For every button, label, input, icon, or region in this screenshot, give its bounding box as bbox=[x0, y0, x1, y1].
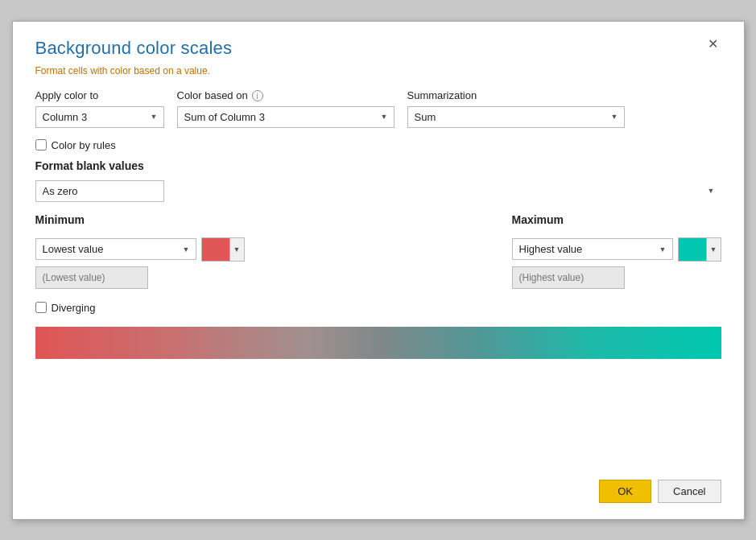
close-button[interactable]: ✕ bbox=[704, 38, 721, 51]
minimum-controls: Lowest value Number Percent Percentile F… bbox=[35, 237, 245, 262]
diverging-label: Diverging bbox=[52, 302, 96, 314]
color-based-on-group: Color based on i Sum of Column 3 bbox=[177, 89, 395, 128]
diverging-checkbox[interactable] bbox=[35, 302, 47, 313]
summarization-select-wrapper: Sum bbox=[407, 106, 625, 128]
max-color-swatch-wrapper: ▼ bbox=[678, 237, 721, 262]
color-by-rules-row: Color by rules bbox=[35, 139, 721, 151]
gradient-preview-bar bbox=[35, 327, 721, 359]
format-blank-select[interactable]: As zero As blank bbox=[35, 180, 164, 202]
info-icon: i bbox=[252, 90, 263, 101]
minimum-section: Minimum Lowest value Number Percent Perc… bbox=[35, 213, 245, 289]
dialog-footer: OK Cancel bbox=[35, 464, 721, 503]
background-color-scales-dialog: Background color scales ✕ Format cells w… bbox=[12, 21, 745, 520]
format-blank-label: Format blank values bbox=[35, 159, 721, 172]
max-type-select[interactable]: Highest value Number Percent Percentile … bbox=[512, 238, 673, 260]
color-by-rules-checkbox[interactable] bbox=[35, 139, 47, 150]
format-blank-group: Format blank values As zero As blank bbox=[35, 159, 721, 202]
min-color-swatch[interactable] bbox=[201, 237, 230, 262]
max-value-input[interactable] bbox=[512, 266, 625, 289]
dialog-subtitle: Format cells with color based on a value… bbox=[35, 65, 721, 76]
format-blank-select-wrapper: As zero As blank bbox=[35, 180, 721, 202]
summarization-group: Summarization Sum bbox=[407, 89, 625, 128]
top-controls-row: Apply color to Column 3 Color based on i… bbox=[35, 89, 721, 128]
min-type-select[interactable]: Lowest value Number Percent Percentile F… bbox=[35, 238, 196, 260]
color-by-rules-label: Color by rules bbox=[52, 139, 116, 151]
max-color-swatch[interactable] bbox=[678, 237, 707, 262]
ok-button[interactable]: OK bbox=[599, 480, 651, 503]
color-based-on-select[interactable]: Sum of Column 3 bbox=[177, 106, 395, 128]
min-color-dropdown[interactable]: ▼ bbox=[230, 237, 245, 262]
cancel-button[interactable]: Cancel bbox=[658, 480, 721, 503]
summarization-select[interactable]: Sum bbox=[407, 106, 625, 128]
apply-color-group: Apply color to Column 3 bbox=[35, 89, 164, 128]
min-value-input[interactable] bbox=[35, 266, 148, 289]
maximum-controls: Highest value Number Percent Percentile … bbox=[512, 237, 721, 262]
title-bar: Background color scales ✕ bbox=[35, 38, 721, 59]
min-type-select-wrapper: Lowest value Number Percent Percentile F… bbox=[35, 238, 196, 260]
min-color-swatch-wrapper: ▼ bbox=[201, 237, 245, 262]
apply-color-label: Apply color to bbox=[35, 89, 164, 101]
max-color-dropdown[interactable]: ▼ bbox=[707, 237, 721, 262]
apply-color-select[interactable]: Column 3 bbox=[35, 106, 164, 128]
maximum-section: Maximum Highest value Number Percent Per… bbox=[512, 213, 721, 289]
min-max-row: Minimum Lowest value Number Percent Perc… bbox=[35, 213, 721, 289]
color-based-on-select-wrapper: Sum of Column 3 bbox=[177, 106, 395, 128]
dialog-title: Background color scales bbox=[35, 38, 233, 59]
diverging-row: Diverging bbox=[35, 302, 721, 314]
summarization-label: Summarization bbox=[407, 89, 625, 101]
apply-color-select-wrapper: Column 3 bbox=[35, 106, 164, 128]
max-type-select-wrapper: Highest value Number Percent Percentile … bbox=[512, 238, 673, 260]
color-based-on-label: Color based on bbox=[177, 89, 248, 101]
minimum-title: Minimum bbox=[35, 213, 245, 226]
maximum-title: Maximum bbox=[512, 213, 721, 226]
